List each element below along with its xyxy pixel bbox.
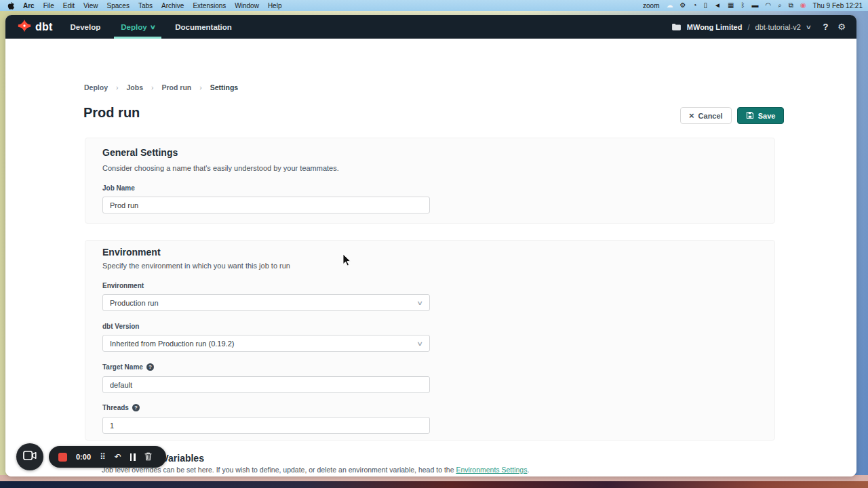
menu-edit[interactable]: Edit (63, 2, 75, 9)
apple-icon[interactable] (7, 1, 14, 10)
menu-app-name[interactable]: Arc (23, 2, 35, 9)
cancel-button[interactable]: × Cancel (680, 107, 732, 124)
breadcrumb-settings: Settings (210, 83, 238, 92)
recording-timer: 0:00 (76, 453, 91, 461)
menu-tabs[interactable]: Tabs (138, 2, 153, 9)
menu-help[interactable]: Help (268, 2, 282, 9)
device-icon[interactable]: ▯ (704, 0, 708, 11)
recording-indicator-icon[interactable]: ◉ (800, 0, 806, 11)
camera-toggle-button[interactable] (16, 443, 43, 470)
chevron-down-icon[interactable]: ∨ (805, 24, 811, 30)
floppy-save-icon (746, 111, 754, 121)
volume-icon[interactable]: ◄ (714, 0, 721, 11)
menubar-status-area: zoom ☁ ⚙ ◔ ▯ ◄ ▦ ᛒ ▬ ◠ ⌕ ⧉ ◉ Thu 9 Feb 1… (643, 0, 868, 11)
close-icon: × (689, 110, 694, 121)
pause-icon[interactable] (130, 453, 136, 461)
environment-description: Specify the environment in which you wan… (102, 262, 290, 270)
threads-help-icon[interactable]: ? (132, 404, 140, 411)
general-settings-section: General Settings Consider choosing a nam… (85, 138, 775, 224)
tools-grid-icon[interactable]: ⠿ (100, 453, 106, 461)
breadcrumb-deploy[interactable]: Deploy (84, 83, 108, 92)
breadcrumb: Deploy › Jobs › Prod run › Settings (84, 83, 238, 92)
dbt-logo-icon (18, 19, 31, 35)
job-name-label: Job Name (102, 184, 135, 192)
macos-menubar: Arc File Edit View Spaces Tabs Archive E… (0, 0, 868, 11)
threads-label: Threads ? (102, 404, 140, 411)
nav-account-area: MWong Limited / dbt-tutorial-v2 ∨ ? ⚙ (671, 21, 856, 33)
menu-archive[interactable]: Archive (161, 2, 184, 9)
nav-items: Develop Deploy ∨ Documentation (70, 15, 231, 39)
trash-icon[interactable] (144, 452, 152, 462)
dbt-brand[interactable]: dbt (5, 19, 70, 35)
general-settings-heading: General Settings (102, 147, 178, 158)
target-name-help-icon[interactable]: ? (146, 363, 154, 371)
folder-icon (671, 21, 682, 33)
cloud-icon[interactable]: ☁ (667, 0, 673, 11)
wifi-icon[interactable]: ◠ (765, 0, 771, 11)
environment-select-value: Production run (110, 299, 159, 307)
chevron-down-icon: ∨ (417, 300, 424, 306)
menu-file[interactable]: File (43, 2, 54, 9)
environments-settings-link[interactable]: Environments Settings (456, 466, 527, 474)
envvars-description-suffix: . (527, 466, 529, 474)
page-title: Prod run (83, 105, 140, 121)
account-name[interactable]: MWong Limited (687, 23, 743, 31)
stop-recording-button[interactable] (58, 453, 67, 462)
dbt-version-label: dbt Version (102, 323, 139, 330)
video-camera-icon (23, 451, 37, 463)
breadcrumb-prod-run[interactable]: Prod run (162, 83, 192, 92)
job-name-input[interactable] (102, 197, 430, 214)
general-settings-description: Consider choosing a name that's easily u… (102, 164, 339, 172)
zoom-menu-item[interactable]: zoom (643, 2, 659, 9)
target-name-input[interactable] (102, 376, 430, 393)
nav-item-develop[interactable]: Develop (70, 15, 100, 39)
dbt-version-select[interactable]: Inherited from Production run (0.19.2) ∨ (102, 335, 430, 352)
nav-item-deploy-label: Deploy (121, 23, 146, 31)
account-separator: / (747, 23, 749, 31)
environment-field-label: Environment (102, 282, 144, 289)
nav-item-develop-label: Develop (70, 23, 100, 31)
settings-gear-icon[interactable]: ⚙ (837, 22, 846, 32)
page-actions: × Cancel Save (680, 107, 784, 124)
calendar-icon[interactable]: ▦ (728, 0, 734, 11)
chevron-down-icon: ∨ (149, 24, 155, 30)
project-selector[interactable]: dbt-tutorial-v2 (755, 23, 801, 31)
dbt-version-select-value: Inherited from Production run (0.19.2) (110, 340, 234, 348)
environment-heading: Environment (102, 247, 161, 258)
spotlight-search-icon[interactable]: ⌕ (778, 0, 782, 11)
environment-select[interactable]: Production run ∨ (102, 294, 430, 311)
job-settings-page: Deploy › Jobs › Prod run › Settings Prod… (5, 39, 856, 476)
menu-extensions[interactable]: Extensions (193, 2, 226, 9)
nav-item-documentation-label: Documentation (175, 23, 232, 31)
battery-icon[interactable]: ▬ (751, 0, 758, 11)
menubar-clock[interactable]: Thu 9 Feb 12:21 (813, 2, 863, 9)
cancel-button-label: Cancel (698, 112, 723, 120)
breadcrumb-separator-icon: › (151, 83, 154, 92)
dbt-brand-name: dbt (35, 21, 52, 33)
environment-variables-description: Job level overrides can be set here. If … (102, 466, 529, 474)
chevron-down-icon: ∨ (417, 340, 424, 347)
threads-label-text: Threads (102, 404, 129, 411)
dbt-top-nav: dbt Develop Deploy ∨ Documentation MWong… (5, 15, 856, 39)
help-icon[interactable]: ? (823, 22, 828, 32)
display-icon[interactable]: ⧉ (789, 0, 793, 11)
browser-window: dbt Develop Deploy ∨ Documentation MWong… (5, 15, 856, 476)
wallpaper-bottom-edge (0, 481, 868, 488)
menu-view[interactable]: View (83, 2, 98, 9)
threads-input[interactable] (102, 417, 430, 434)
breadcrumb-jobs[interactable]: Jobs (127, 83, 144, 92)
menu-window[interactable]: Window (235, 2, 259, 9)
nav-item-documentation[interactable]: Documentation (175, 15, 232, 39)
nav-item-deploy[interactable]: Deploy ∨ (121, 15, 155, 39)
save-button[interactable]: Save (737, 107, 785, 124)
environment-section: Environment Specify the environment in w… (85, 240, 775, 441)
clock-status-icon[interactable]: ◔ (692, 0, 696, 11)
menubar-menus: Arc File Edit View Spaces Tabs Archive E… (0, 1, 281, 10)
undo-icon[interactable]: ↶ (115, 453, 121, 461)
menu-spaces[interactable]: Spaces (107, 2, 130, 9)
breadcrumb-separator-icon: › (199, 83, 202, 92)
target-name-label: Target Name ? (102, 363, 154, 371)
target-name-label-text: Target Name (102, 363, 143, 371)
bluetooth-icon[interactable]: ᛒ (741, 0, 745, 11)
gear-status-icon[interactable]: ⚙ (680, 0, 686, 11)
